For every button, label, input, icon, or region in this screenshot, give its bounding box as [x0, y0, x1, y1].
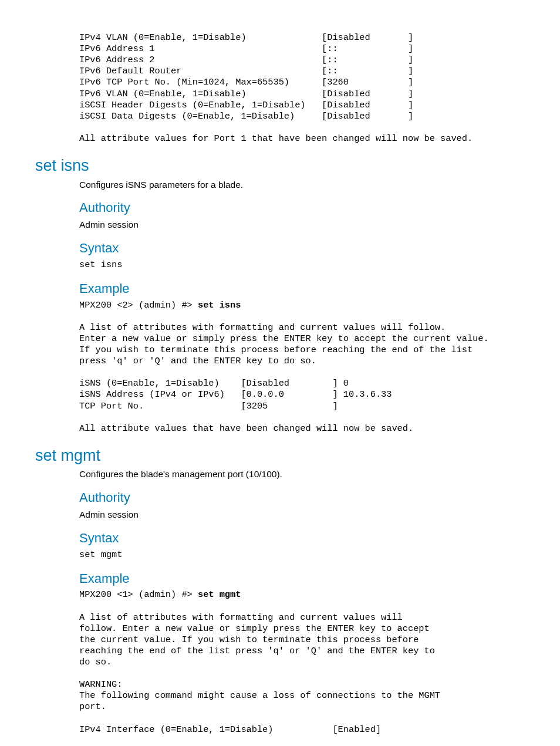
subhead-syntax-2: Syntax [79, 529, 525, 547]
desc-set-mgmt: Configures the blade's management port (… [79, 468, 525, 481]
subhead-authority-2: Authority [79, 489, 525, 507]
syntax-body-2: set mgmt [79, 549, 525, 561]
example-prompt-1: MPX200 <2> (admin) #> [79, 300, 198, 310]
example-command-2: set mgmt [198, 589, 241, 600]
desc-set-isns: Configures iSNS parameters for a blade. [79, 179, 525, 191]
example-block-2: MPX200 <1> (admin) #> set mgmt A list of… [79, 589, 525, 735]
leadin-code-block: IPv4 VLAN (0=Enable, 1=Disable) [Disable… [79, 32, 525, 144]
example-prompt-2: MPX200 <1> (admin) #> [79, 589, 198, 600]
subhead-example-1: Example [79, 280, 525, 298]
example-body-1: A list of attributes with formatting and… [79, 322, 489, 434]
authority-body-2: Admin session [79, 509, 525, 521]
heading-set-isns: set isns [35, 155, 525, 176]
subhead-authority-1: Authority [79, 199, 525, 217]
example-command-1: set isns [198, 300, 241, 310]
example-body-2: A list of attributes with formatting and… [79, 612, 440, 735]
subhead-syntax-1: Syntax [79, 239, 525, 257]
heading-set-mgmt: set mgmt [35, 445, 525, 466]
syntax-body-1: set isns [79, 259, 525, 271]
authority-body-1: Admin session [79, 219, 525, 231]
example-block-1: MPX200 <2> (admin) #> set isns A list of… [79, 300, 525, 434]
subhead-example-2: Example [79, 570, 525, 588]
